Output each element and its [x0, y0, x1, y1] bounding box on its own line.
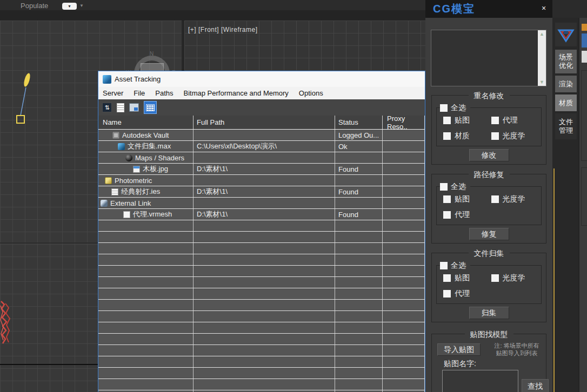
- collect-option-photometric[interactable]: 光度学: [491, 273, 539, 283]
- table-row-empty[interactable]: [98, 368, 425, 379]
- red-wireframe-object[interactable]: [0, 297, 16, 351]
- tab-scene-optimize[interactable]: 场景优化: [555, 50, 577, 73]
- table-row[interactable]: External Link: [98, 198, 425, 209]
- plugin-listbox[interactable]: ▲ ▼: [431, 30, 546, 86]
- details-view-icon[interactable]: [117, 103, 124, 112]
- findmodel-section-title: 贴图找模型: [465, 330, 513, 339]
- plugin-tab-strip: [552, 18, 578, 392]
- tab-render[interactable]: 渲染: [555, 76, 577, 92]
- table-row[interactable]: Maps / Shaders: [98, 152, 425, 164]
- table-row-empty[interactable]: [98, 345, 425, 356]
- tabstrip-accent-line: [553, 168, 555, 392]
- table-row-empty[interactable]: [98, 254, 425, 266]
- ribbon-collapse-button[interactable]: ▼: [62, 3, 77, 10]
- command-panel-blue-control[interactable]: [582, 33, 587, 48]
- rename-option-maps[interactable]: 贴图: [443, 116, 491, 125]
- table-row-empty[interactable]: [98, 288, 425, 300]
- menu-server[interactable]: Server: [103, 89, 123, 97]
- command-panel-orange-icon[interactable]: [582, 24, 587, 31]
- checkbox: [491, 117, 499, 124]
- pathfix-select-all[interactable]: 全选: [440, 182, 470, 192]
- cg-logo-tile[interactable]: [555, 23, 577, 46]
- tab-material[interactable]: 材质: [555, 94, 577, 111]
- external-link-icon: [101, 200, 108, 207]
- asset-tracking-dialog: Asset Tracking Server File Paths Bitmap …: [98, 71, 425, 392]
- dialog-titlebar[interactable]: Asset Tracking: [98, 71, 425, 87]
- column-proxy[interactable]: Proxy Reso..: [383, 116, 425, 129]
- checkbox: [443, 117, 451, 124]
- table-row-empty[interactable]: [98, 322, 425, 334]
- findmodel-note: 注: 将场景中所有 贴图导入到列表: [490, 342, 544, 357]
- table-row[interactable]: Autodesk Vault Logged Ou...: [98, 130, 425, 141]
- table-row[interactable]: 文件归集.max C:\Users\xl\Desktop\演示\ Ok: [98, 141, 425, 152]
- plugin-titlebar[interactable]: CG模宝 ×: [425, 0, 552, 18]
- collect-apply-button[interactable]: 归集: [469, 307, 509, 319]
- menu-options[interactable]: Options: [299, 89, 323, 97]
- scroll-down-icon[interactable]: ▼: [539, 78, 544, 86]
- photometric-icon: [105, 177, 112, 184]
- bitmap-file-icon: [133, 166, 140, 173]
- map-name-input[interactable]: [442, 370, 518, 392]
- pathfix-option-proxy[interactable]: 代理: [443, 210, 491, 220]
- command-panel-group-outline: [581, 70, 587, 161]
- table-row-empty[interactable]: [98, 379, 425, 390]
- table-row-empty[interactable]: [98, 300, 425, 311]
- table-row[interactable]: 经典射灯.ies D:\素材\1\ Found: [98, 186, 425, 198]
- viewport-label[interactable]: [+] [Front] [Wireframe]: [188, 26, 258, 33]
- table-row-empty[interactable]: [98, 356, 425, 368]
- checkbox: [443, 290, 451, 298]
- vault-icon: [112, 132, 119, 139]
- table-row-empty[interactable]: [98, 277, 425, 288]
- rename-option-photometric[interactable]: 光度学: [491, 131, 539, 141]
- table-row-empty[interactable]: [98, 232, 425, 243]
- table-row[interactable]: Photometric: [98, 175, 425, 186]
- rename-option-proxy[interactable]: 代理: [491, 116, 539, 125]
- find-model-button[interactable]: 查找 模型: [522, 379, 549, 392]
- table-row[interactable]: 代理.vrmesh D:\素材\1\ Found: [98, 209, 425, 220]
- collect-option-proxy[interactable]: 代理: [443, 289, 491, 299]
- table-row-empty[interactable]: [98, 220, 425, 232]
- pathfix-apply-button[interactable]: 修复: [469, 228, 509, 240]
- map-name-label: 贴图名字:: [444, 359, 476, 369]
- collect-select-all[interactable]: 全选: [440, 261, 470, 271]
- refresh-icon[interactable]: ⇅: [102, 103, 112, 112]
- command-panel-white-control[interactable]: [582, 51, 587, 63]
- target-light-object[interactable]: [14, 70, 38, 124]
- table-row-empty[interactable]: [98, 243, 425, 254]
- ribbon-dropdown-arrow-icon[interactable]: ▼: [79, 3, 84, 8]
- populate-menu[interactable]: Populate: [21, 2, 48, 10]
- close-icon[interactable]: ×: [539, 4, 548, 12]
- viewcube-compass-n[interactable]: N: [150, 51, 154, 57]
- checkbox: [440, 183, 448, 191]
- path-editor-icon[interactable]: [129, 103, 139, 112]
- checkbox: [491, 132, 499, 140]
- collect-section-title: 文件归集: [469, 249, 510, 258]
- column-status[interactable]: Status: [335, 116, 383, 129]
- column-name[interactable]: Name: [98, 116, 194, 129]
- max-app-icon: [103, 75, 111, 84]
- dialog-title: Asset Tracking: [115, 75, 161, 83]
- table-view-icon[interactable]: [144, 101, 157, 114]
- plugin-panel: CG模宝 × ▲ ▼ 重名修改 全选 贴图 代理 材质 光度学 修改: [425, 0, 552, 392]
- command-panel-group-outline: [581, 167, 587, 226]
- collect-option-maps[interactable]: 贴图: [443, 273, 491, 283]
- tab-file-manage[interactable]: 文件管理: [555, 113, 577, 139]
- rename-option-material[interactable]: 材质: [443, 131, 491, 141]
- pathfix-option-maps[interactable]: 贴图: [443, 194, 491, 204]
- table-row-empty[interactable]: [98, 311, 425, 322]
- rename-select-all[interactable]: 全选: [440, 103, 470, 113]
- listbox-scrollbar[interactable]: ▲ ▼: [538, 30, 546, 86]
- table-row[interactable]: 木板.jpg D:\素材\1\ Found: [98, 164, 425, 175]
- menu-bitmap-performance[interactable]: Bitmap Performance and Memory: [184, 89, 289, 97]
- table-row-empty[interactable]: [98, 334, 425, 345]
- import-maps-button[interactable]: 导入贴图: [437, 343, 481, 356]
- scroll-up-icon[interactable]: ▲: [539, 30, 544, 38]
- checkbox: [443, 211, 451, 219]
- table-row-empty[interactable]: [98, 266, 425, 277]
- menu-file[interactable]: File: [134, 89, 145, 97]
- menu-paths[interactable]: Paths: [155, 89, 173, 97]
- rename-apply-button[interactable]: 修改: [469, 149, 509, 161]
- pathfix-option-photometric[interactable]: 光度学: [491, 194, 539, 204]
- column-full-path[interactable]: Full Path: [194, 116, 335, 129]
- asset-table-empty-rows: [98, 220, 425, 392]
